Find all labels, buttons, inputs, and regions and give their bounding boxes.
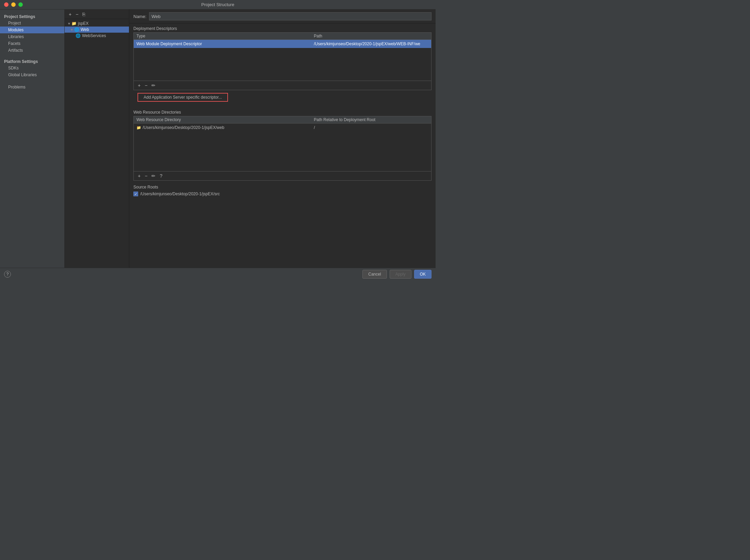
web-resource-table-body: 📁 /Users/kimjunseo/Desktop/2020-1/jspEX/… (134, 123, 431, 171)
maximize-button[interactable] (18, 2, 23, 7)
deployment-toolbar: + − ✏ (134, 81, 431, 90)
tree-panel: + − ⎘ ▼ 📁 jspEX ▼ 🌐 Web 🌐 WebServices (65, 10, 129, 268)
sidebar-item-global-libraries[interactable]: Global Libraries (0, 71, 64, 78)
web-resource-table-header: Web Resource Directory Path Relative to … (134, 116, 431, 123)
type-column-header: Type (134, 33, 311, 39)
platform-settings-label: Platform Settings (0, 57, 64, 65)
tree-toolbar: + − ⎘ (65, 10, 129, 19)
name-input[interactable] (149, 12, 431, 20)
tree-node-web[interactable]: ▼ 🌐 Web (65, 27, 129, 33)
sidebar-item-modules[interactable]: Modules (0, 27, 64, 33)
source-root-path: /Users/kimjunseo/Desktop/2020-1/jspEX/sr… (140, 192, 220, 196)
close-button[interactable] (4, 2, 9, 7)
table-row[interactable]: Web Module Deployment Descriptor /Users/… (134, 40, 431, 48)
wr-remove-button[interactable]: − (143, 173, 149, 179)
source-roots-title: Source Roots (133, 185, 431, 190)
web-resource-section: Web Resource Directories Web Resource Di… (129, 107, 436, 182)
sidebar-item-artifacts[interactable]: Artifacts (0, 47, 64, 54)
project-settings-label: Project Settings (0, 12, 64, 20)
wr-edit-button[interactable]: ✏ (150, 173, 157, 179)
dd-edit-button[interactable]: ✏ (150, 82, 157, 88)
apply-button[interactable]: Apply (390, 270, 411, 279)
path-column-header: Path (311, 33, 431, 39)
window-title: Project Structure (201, 2, 234, 7)
bottom-left: ? (4, 271, 11, 278)
content-scroll: Deployment Descriptors Type Path Web Mod… (129, 23, 436, 268)
tree-add-button[interactable]: + (67, 12, 73, 17)
tree-node-label: WebServices (82, 33, 106, 38)
expand-arrow: ▼ (70, 28, 74, 32)
expand-arrow: ▼ (67, 22, 71, 26)
tree-remove-button[interactable]: − (74, 12, 80, 17)
path-cell: /Users/kimjunseo/Desktop/2020-1/jspEX/we… (311, 40, 431, 47)
wr-add-button[interactable]: + (136, 173, 142, 179)
tree-node-webservices[interactable]: 🌐 WebServices (65, 33, 129, 39)
sidebar-item-problems[interactable]: Problems (0, 84, 64, 90)
tree-node-label: jspEX (78, 21, 88, 26)
content-panel: Name: Deployment Descriptors Type Path W… (129, 10, 436, 268)
tree-content: ▼ 📁 jspEX ▼ 🌐 Web 🌐 WebServices (65, 19, 129, 268)
ok-button[interactable]: OK (414, 270, 431, 279)
tree-node-label: Web (81, 27, 89, 32)
wr-dir-column-header: Web Resource Directory (134, 116, 311, 123)
web-resource-title: Web Resource Directories (133, 110, 431, 115)
cancel-button[interactable]: Cancel (362, 270, 387, 279)
window-controls[interactable] (4, 2, 23, 7)
web-facet-icon: 🌐 (74, 27, 79, 32)
main-layout: Project Settings Project Modules Librari… (0, 10, 436, 268)
wr-path-column-header: Path Relative to Deployment Root (311, 116, 431, 123)
help-button[interactable]: ? (4, 271, 11, 278)
source-root-checkbox[interactable]: ✓ (133, 192, 138, 196)
deployment-descriptors-section: Deployment Descriptors Type Path Web Mod… (129, 23, 436, 92)
wr-dir-path: /Users/kimjunseo/Desktop/2020-1/jspEX/we… (143, 125, 224, 130)
wr-path-cell: / (311, 124, 431, 131)
type-cell: Web Module Deployment Descriptor (134, 40, 311, 47)
web-resource-toolbar: + − ✏ ? (134, 171, 431, 180)
folder-icon: 📁 (71, 21, 77, 26)
add-descriptor-wrapper: Add Application Server specific descript… (133, 92, 431, 104)
deployment-table: Type Path Web Module Deployment Descript… (133, 32, 431, 90)
sidebar-item-project[interactable]: Project (0, 20, 64, 27)
wr-dir-cell: 📁 /Users/kimjunseo/Desktop/2020-1/jspEX/… (134, 124, 311, 131)
name-row: Name: (129, 10, 436, 23)
tree-node-jspex[interactable]: ▼ 📁 jspEX (65, 20, 129, 27)
deployment-table-body: Web Module Deployment Descriptor /Users/… (134, 40, 431, 81)
table-row[interactable]: 📁 /Users/kimjunseo/Desktop/2020-1/jspEX/… (134, 123, 431, 132)
dd-add-button[interactable]: + (136, 82, 142, 88)
title-bar: Project Structure (0, 0, 436, 10)
sidebar-item-facets[interactable]: Facets (0, 40, 64, 47)
sidebar-item-sdks[interactable]: SDKs (0, 65, 64, 71)
dd-remove-button[interactable]: − (143, 82, 149, 88)
source-roots-section: Source Roots ✓ /Users/kimjunseo/Desktop/… (129, 182, 436, 200)
add-descriptor-button[interactable]: Add Application Server specific descript… (137, 93, 228, 102)
folder-icon: 📁 (136, 126, 141, 130)
sidebar-item-libraries[interactable]: Libraries (0, 33, 64, 40)
sidebar: Project Settings Project Modules Librari… (0, 10, 65, 268)
tree-copy-button[interactable]: ⎘ (81, 12, 86, 17)
bottom-bar: ? Cancel Apply OK (0, 268, 436, 280)
web-resource-table: Web Resource Directory Path Relative to … (133, 116, 431, 181)
webservice-icon: 🌐 (76, 33, 81, 38)
bottom-right: Cancel Apply OK (362, 270, 431, 279)
minimize-button[interactable] (11, 2, 16, 7)
deployment-table-header: Type Path (134, 33, 431, 40)
source-root-item[interactable]: ✓ /Users/kimjunseo/Desktop/2020-1/jspEX/… (133, 191, 431, 197)
wr-help-button[interactable]: ? (158, 173, 164, 179)
deployment-descriptors-title: Deployment Descriptors (133, 26, 431, 31)
name-label: Name: (133, 14, 146, 19)
